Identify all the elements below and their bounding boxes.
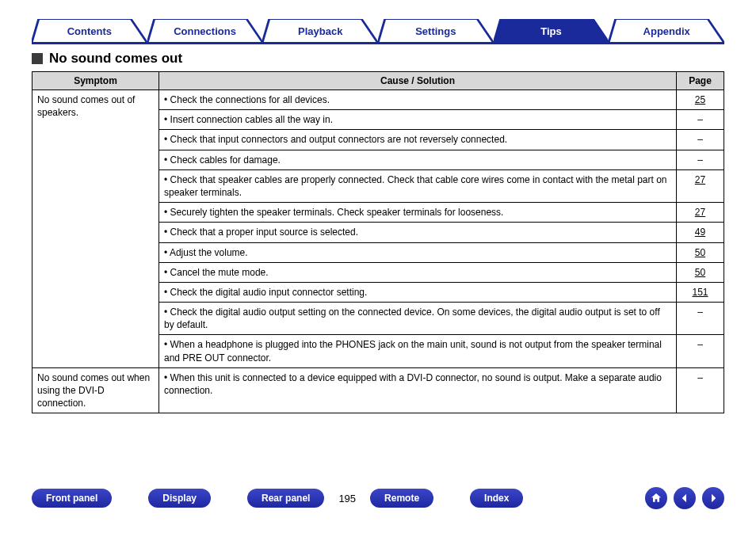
page-link[interactable]: 49 xyxy=(695,227,705,238)
th-cause: Cause / Solution xyxy=(159,72,677,90)
tab-settings[interactable]: Settings xyxy=(378,19,494,43)
section-title: No sound comes out xyxy=(49,51,182,67)
page-cell: – xyxy=(677,367,724,413)
table-row: No sound comes out when using the DVI-D … xyxy=(32,367,724,413)
page-cell: – xyxy=(677,150,724,169)
cause-cell: Check that a proper input source is sele… xyxy=(159,223,677,242)
page-cell[interactable]: 25 xyxy=(677,90,724,110)
tab-label: Contents xyxy=(67,25,112,37)
front-panel-button[interactable]: Front panel xyxy=(32,489,112,508)
symptom-cell: No sound comes out of speakers. xyxy=(32,90,159,368)
page-number: 195 xyxy=(324,493,370,504)
table-row: No sound comes out of speakers.Check the… xyxy=(32,90,724,110)
tab-label: Connections xyxy=(174,25,236,37)
rear-panel-button[interactable]: Rear panel xyxy=(247,489,324,508)
symptom-cell: No sound comes out when using the DVI-D … xyxy=(32,367,159,413)
page-cell: – xyxy=(677,303,724,335)
tab-tips[interactable]: Tips xyxy=(494,19,609,43)
cause-cell: Cancel the mute mode. xyxy=(159,262,677,282)
square-bullet-icon xyxy=(32,53,43,64)
cause-cell: When a headphone is plugged into the PHO… xyxy=(159,335,677,367)
home-icon[interactable] xyxy=(645,487,667,509)
cause-cell: Securely tighten the speaker terminals. … xyxy=(159,203,677,223)
page-cell[interactable]: 27 xyxy=(677,169,724,202)
cause-cell: Insert connection cables all the way in. xyxy=(159,110,677,130)
th-page: Page xyxy=(677,72,724,90)
page-link[interactable]: 27 xyxy=(695,207,705,218)
nav-icons xyxy=(645,487,724,509)
page-cell[interactable]: 49 xyxy=(677,223,724,242)
tab-contents[interactable]: Contents xyxy=(32,19,147,43)
page-link[interactable]: 50 xyxy=(695,247,705,258)
tab-playback[interactable]: Playback xyxy=(262,19,378,43)
page-cell: – xyxy=(677,110,724,130)
tab-label: Tips xyxy=(540,25,562,37)
cause-cell: When this unit is connected to a device … xyxy=(159,367,677,413)
page-cell[interactable]: 50 xyxy=(677,242,724,262)
page-link[interactable]: 151 xyxy=(692,287,708,298)
tab-label: Playback xyxy=(298,25,342,37)
section-heading: No sound comes out xyxy=(32,51,724,67)
remote-button[interactable]: Remote xyxy=(370,489,433,508)
cause-cell: Check that input connectors and output c… xyxy=(159,130,677,150)
tab-connections[interactable]: Connections xyxy=(147,19,263,43)
prev-page-icon[interactable] xyxy=(674,487,696,509)
page-cell: – xyxy=(677,130,724,150)
page-cell[interactable]: 50 xyxy=(677,262,724,282)
cause-cell: Check the connections for all devices. xyxy=(159,90,677,110)
cause-cell: Check the digital audio output setting o… xyxy=(159,303,677,335)
display-button[interactable]: Display xyxy=(148,489,211,508)
tab-label: Settings xyxy=(415,25,456,37)
tab-appendix[interactable]: Appendix xyxy=(609,19,724,43)
th-symptom: Symptom xyxy=(32,72,159,90)
cause-cell: Check that speaker cables are properly c… xyxy=(159,169,677,202)
page-link[interactable]: 25 xyxy=(695,94,705,105)
cause-cell: Check the digital audio input connector … xyxy=(159,282,677,302)
bottom-bar: Front panel Display Rear panel 195 Remot… xyxy=(32,487,724,509)
page-link[interactable]: 50 xyxy=(695,267,705,278)
page-cell[interactable]: 151 xyxy=(677,282,724,302)
index-button[interactable]: Index xyxy=(470,489,523,508)
top-tabs: Contents Connections Playback Settings T… xyxy=(32,16,724,44)
cause-cell: Adjust the volume. xyxy=(159,242,677,262)
cause-cell: Check cables for damage. xyxy=(159,150,677,169)
page-cell[interactable]: 27 xyxy=(677,203,724,223)
troubleshooting-table: Symptom Cause / Solution Page No sound c… xyxy=(32,71,724,413)
next-page-icon[interactable] xyxy=(702,487,724,509)
tab-label: Appendix xyxy=(643,25,690,37)
page-cell: – xyxy=(677,335,724,367)
page-link[interactable]: 27 xyxy=(695,174,705,185)
